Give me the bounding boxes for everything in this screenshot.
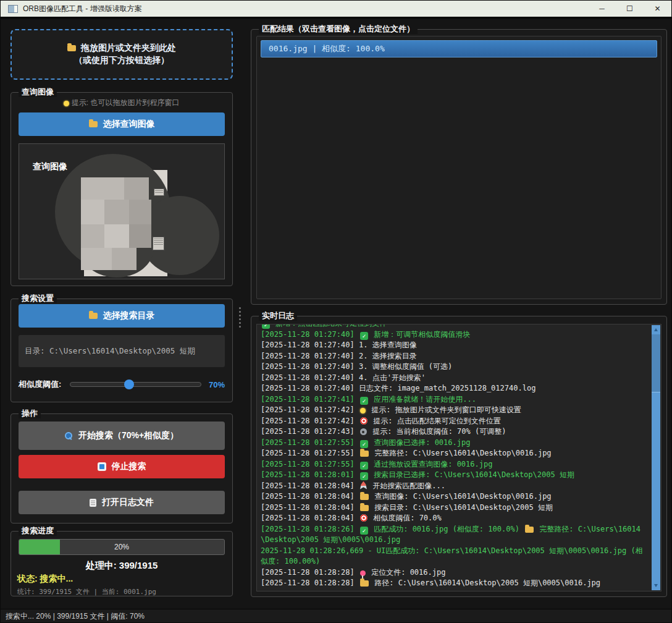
search-directory-text: 目录: C:\Users\16014\Desktop\2005 短期 <box>25 346 195 357</box>
dart-icon <box>360 514 368 522</box>
threshold-value: 70% <box>209 380 225 389</box>
pixel-block <box>129 224 151 248</box>
log-entry: 2025-11-28 01:28:26,669 - UI匹配成功: C:\Use… <box>261 546 649 567</box>
folder-icon <box>525 527 534 533</box>
bulb-icon <box>360 408 366 413</box>
log-entry: [2025-11-28 01:27:40] 3. 调整相似度阈值 (可选) <box>261 362 649 373</box>
maximize-button[interactable]: ☐ <box>616 1 644 17</box>
pixel-block <box>81 177 124 200</box>
similarity-slider[interactable] <box>70 382 201 387</box>
preview-blur-circle <box>140 196 219 275</box>
pixel-block <box>124 177 149 200</box>
panel-splitter[interactable] <box>239 307 242 328</box>
pixel-block <box>129 200 151 224</box>
log-entry: [2025-11-28 01:28:28] 路径: C:\Users\16014… <box>261 578 649 589</box>
log-entry: [2025-11-28 01:27:42] 提示: 点击匹配结果可定位到文件位置 <box>261 416 649 427</box>
dropzone[interactable]: 拖放图片或文件夹到此处 （或使用下方按钮选择） <box>10 29 233 80</box>
stop-icon <box>98 462 106 471</box>
query-group-title: 查询图像 <box>19 87 57 97</box>
dropzone-line2: （或使用下方按钮选择） <box>74 55 169 66</box>
realtime-log-group: 实时日志 ✓ 新增：点击匹配结果可定位到文件[2025-11-28 01:27:… <box>251 316 667 597</box>
actions-group: 操作 开始搜索（70%+相似度） 停止搜索 打开日志文件 <box>10 413 233 523</box>
log-entry: [2025-11-28 01:27:42] 提示: 拖放图片或文件夹到窗口即可快… <box>261 405 649 416</box>
log-entry: [2025-11-28 01:28:04] 查询图像: C:\Users\160… <box>261 491 649 502</box>
log-entry: [2025-11-28 01:27:55] ✓ 通过拖放设置查询图像: 0016… <box>261 459 649 470</box>
pixel-block <box>81 200 104 224</box>
log-entry: [2025-11-28 01:27:40] 4. 点击'开始搜索' <box>261 373 649 384</box>
statusbar: 搜索中... 20% | 399/1915 文件 | 阈值: 70% <box>1 609 671 623</box>
scroll-up-icon[interactable] <box>652 325 660 334</box>
log-entry: [2025-11-28 01:28:04] 开始搜索匹配图像... <box>261 481 649 492</box>
select-search-dir-button[interactable]: 选择搜索目录 <box>19 304 225 328</box>
log-entry: [2025-11-28 01:28:04] 搜索目录: C:\Users\160… <box>261 502 649 514</box>
log-entry: [2025-11-28 01:27:40] 2. 选择搜索目录 <box>261 351 649 362</box>
log-entry: [2025-11-28 01:28:04] 相似度阈值: 70.0% <box>261 513 649 524</box>
dropzone-line1: 拖放图片或文件夹到此处 <box>81 43 176 54</box>
progress-group: 搜索进度 20% 处理中: 399/1915 状态: 搜索中... 统计: 39… <box>10 531 233 596</box>
search-directory-box: 目录: C:\Users\16014\Desktop\2005 短期 <box>19 335 225 367</box>
dart-icon <box>360 417 368 425</box>
app-icon <box>8 5 18 13</box>
titlebar-edge <box>1 17 671 19</box>
titlebar: ORB图像匹配工具 - 增强版读取方案 ─ ☐ ✕ <box>1 1 671 17</box>
similarity-slider-thumb[interactable] <box>124 379 134 389</box>
log-entry: [2025-11-28 01:27:55] 完整路径: C:\Users\160… <box>261 448 649 459</box>
check-icon: ✓ <box>360 332 368 340</box>
preview-label: 查询图像 <box>33 161 67 172</box>
folder-icon <box>360 505 369 511</box>
close-button[interactable]: ✕ <box>644 1 671 17</box>
search-status: 状态: 搜索中... <box>17 574 73 585</box>
gear-icon <box>360 428 367 435</box>
log-entry: [2025-11-28 01:27:43] 提示: 当前相似度阈值: 70% (… <box>261 426 649 438</box>
check-icon: ✓ <box>360 472 368 480</box>
query-image-preview: 查询图像 <box>19 143 225 279</box>
search-stats: 统计: 399/1915 文件 | 当前: 0001.jpg <box>17 587 156 596</box>
check-icon: ✓ <box>360 397 368 405</box>
open-log-file-button[interactable]: 打开日志文件 <box>19 491 225 514</box>
search-settings-group: 搜索设置 选择搜索目录 目录: C:\Users\16014\Desktop\2… <box>10 299 233 402</box>
progress-bar: 20% <box>19 539 225 555</box>
progress-group-title: 搜索进度 <box>19 526 57 536</box>
query-image-group: 查询图像 提示: 也可以拖放图片到程序窗口 选择查询图像 查询图像 <box>10 92 233 286</box>
log-entry: [2025-11-28 01:27:40] ✓ 新增：可调节相似度阈值滑块 <box>261 329 649 341</box>
processing-count: 处理中: 399/1915 <box>11 560 232 572</box>
log-entry: [2025-11-28 01:28:01] ✓ 搜索目录已选择: C:\User… <box>261 470 649 481</box>
start-search-button[interactable]: 开始搜索（70%+相似度） <box>19 422 225 450</box>
folder-icon <box>360 451 369 457</box>
preview-annotation <box>153 237 164 250</box>
statusbar-text: 搜索中... 20% | 399/1915 文件 | 阈值: 70% <box>6 611 145 622</box>
app-window: ORB图像匹配工具 - 增强版读取方案 ─ ☐ ✕ 拖放图片或文件夹到此处 （或… <box>0 0 672 623</box>
select-query-image-button[interactable]: 选择查询图像 <box>19 112 225 136</box>
results-list[interactable]: 0016.jpg | 相似度: 100.0% <box>256 36 662 299</box>
log-entry: [2025-11-28 01:27:41] ✓ 应用准备就绪！请开始使用... <box>261 394 649 405</box>
folder-icon <box>360 494 369 500</box>
magnifier-icon <box>65 432 73 440</box>
pin-icon <box>360 570 366 576</box>
check-icon: ✓ <box>360 462 368 470</box>
log-scrollbar[interactable] <box>652 325 660 590</box>
pixel-block <box>104 200 129 224</box>
match-results-group: 匹配结果（双击查看图像，点击定位文件） 0016.jpg | 相似度: 100.… <box>251 29 667 305</box>
scrollbar-thumb[interactable] <box>652 392 660 581</box>
check-icon: ✓ <box>360 440 368 448</box>
log-entry: [2025-11-28 01:27:40] 1. 选择查询图像 <box>261 340 649 351</box>
log-entry: [2025-11-28 01:28:26] ✓ 匹配成功: 0016.jpg (… <box>261 524 649 546</box>
pixel-block <box>81 248 112 270</box>
rocket-icon <box>360 481 367 490</box>
pixel-block <box>112 248 136 270</box>
log-entry: [2025-11-28 01:28:28] 定位文件: 0016.jpg <box>261 567 649 578</box>
actions-group-title: 操作 <box>19 409 41 418</box>
search-group-title: 搜索设置 <box>19 294 57 303</box>
log-group-title: 实时日志 <box>259 311 297 321</box>
window-title: ORB图像匹配工具 - 增强版读取方案 <box>23 4 142 14</box>
minimize-button[interactable]: ─ <box>588 1 616 17</box>
scroll-down-icon[interactable] <box>652 581 660 590</box>
stop-search-button[interactable]: 停止搜索 <box>19 455 225 478</box>
log-entry: [2025-11-28 01:27:40] 日志文件: image_match_… <box>261 383 649 394</box>
log-entry: [2025-11-28 01:27:55] ✓ 查询图像已选择: 0016.jp… <box>261 438 649 449</box>
log-entry: ✓ 新增：点击匹配结果可定位到文件 <box>261 324 649 329</box>
result-item[interactable]: 0016.jpg | 相似度: 100.0% <box>261 40 657 57</box>
folder-icon <box>89 313 98 319</box>
log-list[interactable]: ✓ 新增：点击匹配结果可定位到文件[2025-11-28 01:27:40] ✓… <box>261 324 649 591</box>
document-icon <box>90 499 96 507</box>
